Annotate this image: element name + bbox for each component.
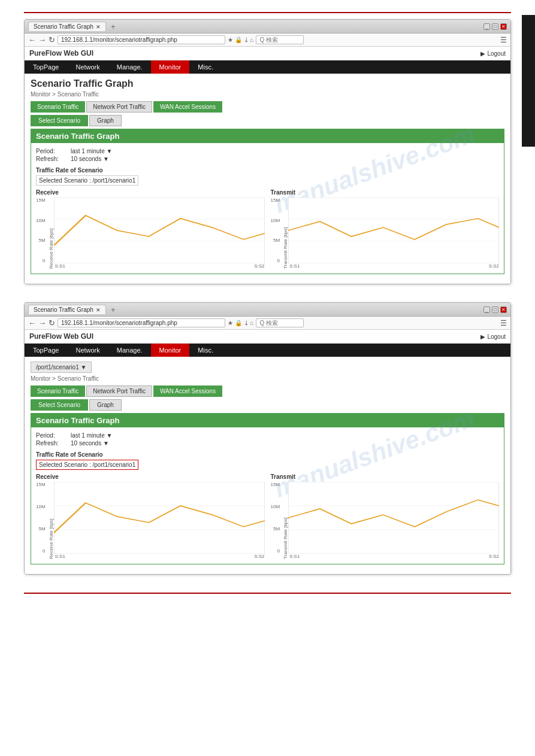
nav-monitor-2[interactable]: Monitor [151,344,190,357]
transmit-title-2: Transmit [271,473,500,480]
forward-btn-1[interactable]: → [38,35,46,44]
star-icon-1[interactable]: ☰ [500,36,507,44]
refresh-value-2[interactable]: 10 seconds ▼ [71,440,109,447]
url-input-2[interactable] [58,318,225,327]
receive-svg-1 [54,198,265,263]
charts-row-2: Receive 15M10M5M0 Receive Rate [bps] [36,473,499,559]
charts-row-1: Receive 15M10M5M0 Receive Rate [bps] [36,189,499,269]
maximize-btn-2[interactable]: □ [492,306,498,313]
transmit-chart-wrapper-2: 15M10M5M0 Transmit Rate [bps] [271,482,500,559]
back-btn-1[interactable]: ← [28,35,36,44]
receive-title-2: Receive [36,473,265,480]
menu-icon-2[interactable]: ☰ [500,319,507,327]
browser-titlebar-1: Scenario Traffic Graph ✕ + _ □ ✕ [25,20,510,34]
scenario-dropdown-2[interactable]: /port1/scenario1 ▼ [31,362,92,373]
transmit-y-label-2: Transmit Rate [bps] [282,482,288,559]
sub-tab-scenario-2[interactable]: Scenario Traffic [31,385,85,397]
close-btn-2[interactable]: ✕ [500,306,507,313]
transmit-y-ticks-2: 15M10M5M0 [271,482,282,554]
nav-monitor-1[interactable]: Monitor [151,60,190,74]
transmit-y-ticks-1: 15M10M5M0 [271,198,282,263]
scenario-label-2: Selected Scenario : /port1/scenario1 [36,460,138,470]
minimize-btn-2[interactable]: _ [483,306,490,313]
nav-misc-1[interactable]: Misc. [189,60,222,74]
toolbar-icons-1: ☰ [500,36,507,44]
maximize-btn-1[interactable]: □ [492,23,498,30]
receive-title-1: Receive [36,189,265,196]
graph-section-1: Scenario Traffic Graph manualshive.com P… [31,129,504,274]
transmit-y-label-1: Transmit Rate [bps] [282,198,288,269]
sub-tab-wan-2[interactable]: WAN Accel Sessions [153,385,222,397]
content-area-1: Scenario Traffic Graph Monitor > Scenari… [25,74,510,279]
sub-tabs-2: Scenario Traffic Network Port Traffic WA… [31,385,504,397]
scenario-label-1: Selected Scenario : /port1/scenario1 [36,175,138,186]
sub-tab-network-1[interactable]: Network Port Traffic [86,101,152,113]
search-input-1[interactable] [256,35,304,44]
receive-chart-area-2: S:S1S:S2 [54,482,265,559]
browser-titlebar-2: Scenario Traffic Graph ✕ + _ □ ✕ [25,303,510,317]
new-tab-btn-1[interactable]: + [108,22,118,31]
receive-y-ticks-2: 15M10M5M0 [36,482,47,554]
traffic-rate-title-1: Traffic Rate of Scenario [36,167,499,174]
win-controls-2: _ □ ✕ [483,306,507,313]
top-rule [24,12,511,13]
nav-bar-1: TopPage Network Manage. Monitor Misc. [25,60,510,74]
forward-btn-2[interactable]: → [38,318,46,327]
reload-btn-2[interactable]: ↻ [49,318,55,327]
browser-tab-1[interactable]: Scenario Traffic Graph ✕ [28,22,106,31]
logout-icon-1: ▶ [480,50,485,57]
logout-btn-2[interactable]: ▶ Logout [480,333,506,340]
search-input-2[interactable] [256,318,304,327]
bottom-pad-2 [25,569,510,574]
bottom-rule [24,593,511,594]
section-tabs-1: Select Scenario Graph [31,115,504,126]
period-value-1[interactable]: last 1 minute ▼ [71,148,112,154]
transmit-svg-1 [288,198,499,263]
receive-y-label-2: Receive Rate [bps] [47,482,54,559]
logout-btn-1[interactable]: ▶ Logout [480,50,506,57]
nav-bar-2: TopPage Network Manage. Monitor Misc. [25,344,510,357]
tab-close-2[interactable]: ✕ [96,307,101,313]
nav-manage-1[interactable]: Manage. [108,60,151,74]
period-value-2[interactable]: last 1 minute ▼ [71,432,112,439]
tab-close-1[interactable]: ✕ [96,24,101,30]
sub-tab-network-2[interactable]: Network Port Traffic [86,385,152,397]
nav-network-2[interactable]: Network [67,344,108,357]
sub-tab-scenario-1[interactable]: Scenario Traffic [31,101,85,113]
close-btn-1[interactable]: ✕ [500,23,507,30]
browser-tab-2[interactable]: Scenario Traffic Graph ✕ [28,305,106,314]
back-btn-2[interactable]: ← [28,318,36,327]
graph-section-header-1: Scenario Traffic Graph [31,129,504,143]
graph-section-header-2: Scenario Traffic Graph [31,414,504,427]
section-tab-graph-1[interactable]: Graph [89,115,122,126]
period-label-2: Period: [36,432,66,439]
receive-chart-area-1: S:S1S:S2 [54,198,265,269]
brand-1: PureFlow Web GUI [29,49,93,57]
transmit-x-labels-2: S:S1S:S2 [288,554,499,559]
new-tab-btn-2[interactable]: + [108,305,118,314]
nav-toppage-2[interactable]: TopPage [25,344,67,357]
period-refresh-2: Period: last 1 minute ▼ Refresh: 10 seco… [36,432,499,447]
section-tabs-2: Select Scenario Graph [31,399,504,411]
nav-toppage-1[interactable]: TopPage [25,60,67,74]
receive-chart-wrapper-2: 15M10M5M0 Receive Rate [bps] [36,482,265,559]
nav-misc-2[interactable]: Misc. [189,344,222,357]
section-tab-select-1[interactable]: Select Scenario [31,115,88,126]
section-tab-graph-2[interactable]: Graph [89,399,122,411]
breadcrumb-2: Monitor > Scenario Traffic [31,375,504,382]
browser-addressbar-1: ← → ↻ ★ 🔒 ⤓ ⌂ ☰ [25,34,510,47]
content-area-2: /port1/scenario1 ▼ Monitor > Scenario Tr… [25,357,510,569]
nav-network-1[interactable]: Network [67,60,108,74]
reload-btn-1[interactable]: ↻ [49,35,55,44]
tab-label-1: Scenario Traffic Graph [34,23,93,30]
browser-window-2: Scenario Traffic Graph ✕ + _ □ ✕ ← → ↻ ★… [24,302,511,575]
browser-addressbar-2: ← → ↻ ★ 🔒 ⤓ ⌂ ☰ [25,317,510,330]
url-input-1[interactable] [58,35,225,44]
sub-tab-wan-1[interactable]: WAN Accel Sessions [153,101,222,113]
section-tab-select-2[interactable]: Select Scenario [31,399,88,411]
nav-manage-2[interactable]: Manage. [108,344,151,357]
minimize-btn-1[interactable]: _ [483,23,490,30]
page-wrapper: Scenario Traffic Graph ✕ + _ □ ✕ ← → ↻ ★… [0,0,535,756]
refresh-value-1[interactable]: 10 seconds ▼ [71,156,109,162]
sidebar-black [522,15,535,147]
